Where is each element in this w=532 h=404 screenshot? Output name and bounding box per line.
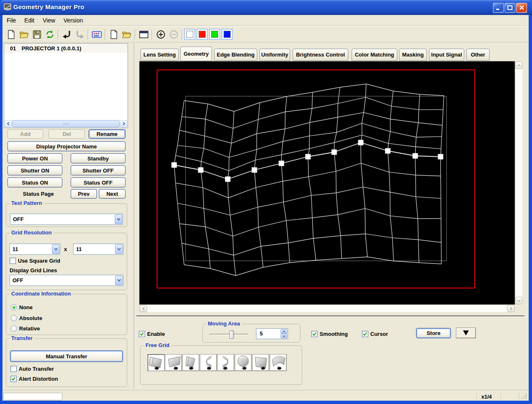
standby-button[interactable]: Standby [71, 153, 126, 163]
test-pattern-green-icon[interactable] [209, 29, 220, 40]
new-document-icon[interactable] [5, 28, 17, 41]
coordinate-none-radio[interactable]: None [11, 304, 33, 310]
tab-brightness-control[interactable]: Brightness Control [293, 49, 348, 61]
tab-color-matching[interactable]: Color Matching [352, 49, 397, 61]
new-file-icon[interactable] [107, 28, 120, 41]
tab-edge-blending[interactable]: Edge Blending [214, 49, 257, 61]
scroll-down-arrow[interactable] [515, 297, 522, 304]
tab-geometry[interactable]: Geometry [180, 47, 212, 61]
auto-transfer-checkbox[interactable]: Auto Transfer [10, 366, 54, 372]
tab-other[interactable]: Other [466, 49, 490, 61]
checkbox-box[interactable] [10, 366, 17, 372]
test-pattern-select[interactable]: OFF [10, 214, 123, 225]
display-grid-lines-select[interactable]: OFF [10, 275, 123, 286]
store-button[interactable]: Store [416, 328, 451, 338]
power-on-button[interactable]: Power ON [7, 153, 62, 163]
coordinate-absolute-radio[interactable]: Absolute [11, 315, 42, 321]
save-icon[interactable] [30, 28, 43, 41]
menu-version[interactable]: Version [59, 15, 87, 25]
enable-checkbox[interactable]: Enable [139, 331, 165, 337]
shutter-on-button[interactable]: Shutter ON [7, 165, 62, 175]
open-file-icon[interactable] [120, 28, 133, 41]
store-dropdown-button[interactable] [456, 328, 476, 338]
zoom-in-icon[interactable] [154, 28, 167, 41]
coordinate-relative-radio[interactable]: Relative [11, 325, 40, 332]
scroll-left-arrow[interactable] [140, 305, 147, 312]
geometry-canvas[interactable] [140, 62, 515, 304]
checkbox-box[interactable] [10, 376, 17, 382]
chevron-down-icon[interactable] [52, 244, 59, 254]
radio-circle[interactable] [11, 304, 17, 310]
resize-grip[interactable] [521, 393, 527, 399]
tab-uniformity[interactable]: Uniformity [259, 49, 290, 61]
checkbox-box[interactable] [362, 331, 368, 337]
vertical-splitter[interactable] [134, 43, 135, 389]
canvas-vscrollbar[interactable] [515, 62, 522, 304]
tab-input-signal[interactable]: Input Signal [429, 49, 464, 61]
slider-thumb[interactable] [229, 330, 234, 339]
spin-down-button[interactable] [281, 334, 287, 338]
chevron-down-icon[interactable] [115, 214, 122, 224]
grid-v-select[interactable]: 11 [73, 244, 123, 255]
scroll-thumb[interactable] [12, 120, 120, 127]
menu-file[interactable]: File [2, 15, 20, 25]
chevron-down-icon[interactable] [115, 244, 123, 254]
use-square-grid-checkbox[interactable]: Use Square Grid [10, 258, 60, 264]
scroll-right-arrow[interactable] [507, 305, 515, 312]
checkbox-box[interactable] [139, 331, 145, 337]
projector-control-icon[interactable] [90, 28, 103, 41]
title-bar[interactable]: Geometry Manager Pro [0, 0, 532, 15]
free-grid-plane-right-button[interactable] [252, 354, 269, 371]
grid-h-select[interactable]: 11 [10, 244, 60, 255]
close-button[interactable] [516, 3, 527, 13]
smoothing-checkbox[interactable]: Smoothing [311, 331, 348, 337]
undo-icon[interactable] [60, 28, 73, 41]
manual-transfer-button[interactable]: Manual Transfer [10, 350, 123, 362]
projector-list-item[interactable]: 01PROJECTOR 1 (0.0.0.1) [4, 44, 128, 53]
free-grid-tilt-left-button[interactable] [148, 354, 165, 371]
radio-circle[interactable] [11, 325, 17, 332]
maximize-button[interactable] [505, 3, 515, 13]
free-grid-fold-left-button[interactable] [182, 354, 200, 371]
menu-view[interactable]: View [39, 15, 59, 25]
shutter-off-button[interactable]: Shutter OFF [71, 165, 126, 175]
cursor-checkbox[interactable]: Cursor [362, 331, 388, 337]
toolbar-separator [58, 29, 59, 40]
tab-lens-setting[interactable]: Lens Setting [140, 49, 179, 61]
display-projector-name-button[interactable]: Display Projector Name [7, 141, 126, 151]
refresh-icon[interactable] [43, 28, 56, 41]
free-grid-sphere-button[interactable] [235, 354, 252, 371]
scroll-right-arrow[interactable] [120, 120, 127, 127]
rename-button[interactable]: Rename [89, 129, 126, 139]
canvas-hscrollbar[interactable] [140, 305, 515, 312]
moving-area-spinner[interactable]: 5 [256, 328, 288, 339]
free-grid-band-button[interactable] [270, 354, 287, 371]
free-grid-cylinder-right-button[interactable] [217, 354, 234, 371]
status-off-button[interactable]: Status OFF [71, 177, 126, 187]
prev-button[interactable]: Prev [71, 189, 97, 199]
spin-up-button[interactable] [281, 329, 287, 334]
alert-distortion-checkbox[interactable]: Alert Distortion [10, 376, 58, 382]
test-pattern-red-icon[interactable] [197, 29, 208, 40]
minimize-button[interactable] [493, 3, 504, 13]
free-grid-cylinder-left-button[interactable] [200, 354, 217, 371]
scroll-up-arrow[interactable] [515, 62, 522, 69]
menu-edit[interactable]: Edit [20, 15, 39, 25]
radio-circle[interactable] [11, 315, 17, 321]
window-capture-icon[interactable] [137, 28, 150, 41]
projector-list-hscrollbar[interactable] [5, 120, 127, 127]
tab-masking[interactable]: Masking [399, 49, 427, 61]
projector-list[interactable]: 01PROJECTOR 1 (0.0.0.1) [4, 43, 128, 128]
checkbox-box[interactable] [311, 331, 318, 337]
test-pattern-blue-icon[interactable] [222, 29, 233, 40]
scroll-left-arrow[interactable] [5, 120, 12, 127]
next-button[interactable]: Next [99, 189, 126, 199]
test-pattern-white-icon[interactable] [184, 29, 195, 40]
horizontal-splitter[interactable] [136, 315, 525, 317]
status-on-button[interactable]: Status ON [7, 177, 62, 187]
open-project-icon[interactable] [17, 28, 30, 41]
radio-label: None [19, 304, 33, 310]
free-grid-tilt-right-button[interactable] [165, 354, 182, 371]
chevron-down-icon[interactable] [115, 276, 123, 285]
checkbox-box[interactable] [10, 258, 16, 264]
